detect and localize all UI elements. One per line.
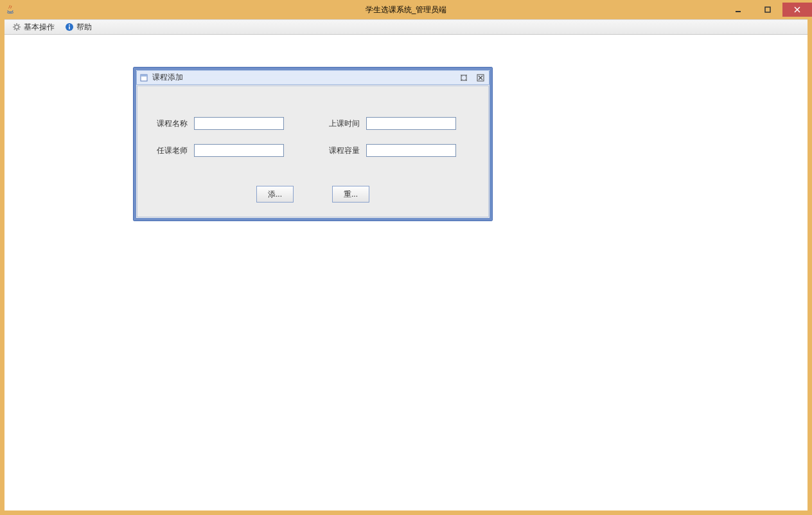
info-icon (65, 23, 74, 32)
menu-help[interactable]: 帮助 (61, 21, 96, 33)
label-course-name: 课程名称 (157, 118, 188, 129)
maximize-button[interactable] (753, 3, 782, 17)
internal-frame-course-add: 课程添加 课程名称 (133, 67, 493, 221)
minimize-button[interactable] (723, 3, 753, 17)
svg-line-10 (19, 24, 19, 25)
internal-frame-body: 课程名称 上课时间 任课老师 课程容量 添... 重... (137, 86, 489, 217)
svg-rect-1 (736, 11, 741, 12)
input-course-name[interactable] (194, 117, 284, 130)
menu-label: 帮助 (76, 22, 92, 33)
reset-button[interactable]: 重... (332, 186, 369, 203)
menubar: 基本操作 帮助 (4, 19, 808, 35)
svg-line-8 (14, 24, 15, 25)
form-grid: 课程名称 上课时间 任课老师 课程容量 (157, 117, 456, 157)
java-cup-icon (5, 5, 15, 15)
svg-line-11 (14, 29, 15, 30)
mdi-desktop: 课程添加 课程名称 (4, 35, 808, 510)
window-controls (723, 3, 812, 17)
svg-rect-16 (141, 75, 147, 77)
label-instructor: 任课老师 (157, 145, 188, 156)
window-icon (139, 73, 148, 82)
input-instructor[interactable] (194, 144, 284, 157)
close-button[interactable] (782, 3, 812, 17)
internal-close-button[interactable] (475, 73, 486, 83)
svg-rect-13 (69, 26, 70, 30)
label-class-time: 上课时间 (329, 118, 360, 129)
svg-rect-2 (765, 7, 770, 12)
app-window: 学生选课系统_管理员端 (0, 0, 812, 515)
button-row: 添... 重... (137, 186, 488, 203)
input-class-time[interactable] (366, 117, 456, 130)
window-title: 学生选课系统_管理员端 (366, 5, 447, 15)
internal-frame-titlebar[interactable]: 课程添加 (136, 70, 490, 85)
svg-line-9 (19, 29, 19, 30)
menu-basic-operations[interactable]: 基本操作 (8, 21, 58, 33)
svg-point-3 (15, 25, 19, 29)
label-capacity: 课程容量 (329, 145, 360, 156)
titlebar: 学生选课系统_管理员端 (0, 0, 812, 19)
gear-icon (12, 23, 21, 32)
internal-maximize-button[interactable] (458, 73, 470, 83)
input-capacity[interactable] (366, 144, 456, 157)
add-button[interactable]: 添... (256, 186, 294, 203)
internal-frame-title: 课程添加 (152, 72, 183, 83)
menu-label: 基本操作 (24, 22, 55, 33)
svg-point-14 (69, 24, 70, 26)
